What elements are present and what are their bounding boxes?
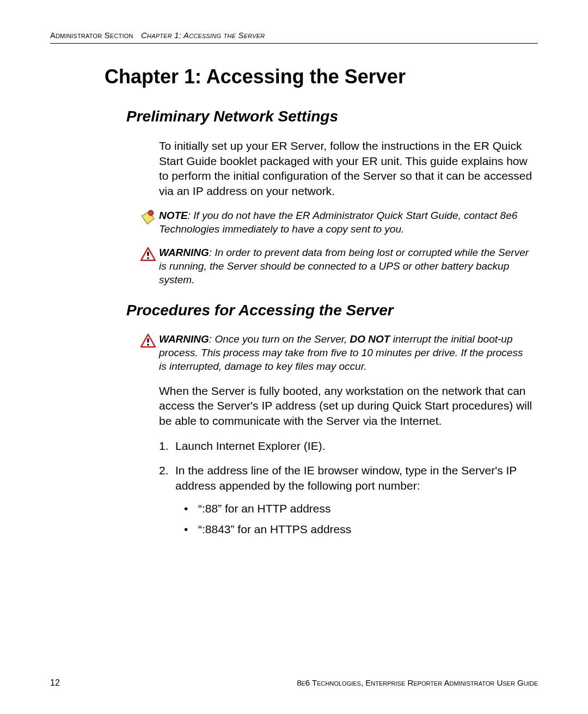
chapter-title: Chapter 1: Accessing the Server — [105, 65, 538, 88]
footer-guide: 8e6 Technologies, Enterprise Reporter Ad… — [297, 678, 538, 687]
bullet-text: “:88” for an HTTP address — [198, 502, 331, 515]
svg-point-2 — [147, 257, 149, 259]
warning-body-1: : In order to prevent data from being lo… — [159, 247, 529, 285]
warning-label-2: WARNING — [159, 333, 209, 345]
steps-list: Launch Internet Explorer (IE). In the ad… — [159, 438, 532, 537]
step-text: In the address line of the IE browser wi… — [175, 464, 517, 492]
note-icon — [137, 209, 159, 226]
header-section: Administrator Section — [50, 30, 133, 40]
port-list: “:88” for an HTTP address “:8843” for an… — [175, 501, 532, 536]
warning-icon — [137, 332, 159, 349]
intro-paragraph: To initially set up your ER Server, foll… — [159, 138, 532, 199]
section-heading-procedures: Procedures for Accessing the Server — [126, 302, 538, 319]
warning-text-1: WARNING: In order to prevent data from b… — [159, 246, 532, 286]
svg-rect-3 — [147, 338, 149, 343]
page-number: 12 — [50, 678, 60, 688]
list-item: “:8843” for an HTTPS address — [184, 522, 532, 537]
running-header: Administrator Section Chapter 1: Accessi… — [50, 30, 538, 44]
document-page: Administrator Section Chapter 1: Accessi… — [0, 0, 588, 714]
page-footer: 12 8e6 Technologies, Enterprise Reporter… — [50, 678, 538, 688]
list-item: “:88” for an HTTP address — [184, 501, 532, 516]
note-body: : If you do not have the ER Administrato… — [159, 210, 517, 235]
step-item: Launch Internet Explorer (IE). — [159, 438, 532, 454]
procedures-intro: When the Server is fully booted, any wor… — [159, 383, 532, 429]
step-text: Launch Internet Explorer (IE). — [175, 440, 325, 452]
step-item: In the address line of the IE browser wi… — [159, 463, 532, 536]
header-chapter: Chapter 1: Accessing the Server — [141, 30, 265, 40]
note-text: NOTE: If you do not have the ER Administ… — [159, 209, 532, 236]
warning-do-not: DO NOT — [350, 333, 390, 345]
section-heading-preliminary: Preliminary Network Settings — [126, 108, 538, 125]
warning-callout-2: WARNING: Once you turn on the Server, DO… — [137, 332, 532, 373]
warning-icon — [137, 246, 159, 262]
svg-rect-1 — [147, 252, 149, 256]
warning-callout-1: WARNING: In order to prevent data from b… — [137, 246, 532, 286]
warning-label-1: WARNING — [159, 247, 209, 258]
note-callout: NOTE: If you do not have the ER Administ… — [137, 209, 532, 236]
svg-point-4 — [147, 344, 149, 346]
warning-pre: : Once you turn on the Server, — [209, 333, 350, 345]
bullet-text: “:8843” for an HTTPS address — [198, 523, 351, 535]
warning-text-2: WARNING: Once you turn on the Server, DO… — [159, 332, 532, 373]
note-label: NOTE — [159, 210, 188, 221]
